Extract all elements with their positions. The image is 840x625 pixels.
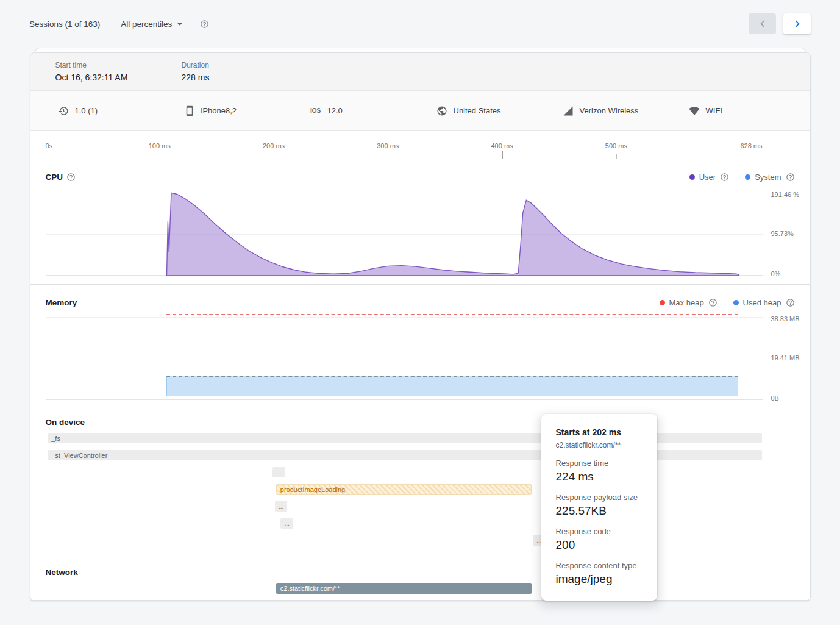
timeline-ruler: 0s100 ms200 ms300 ms400 ms500 ms628 ms [30,131,810,159]
device-attribute-verizon-wireless: Verizon Wireless [563,105,689,116]
timeline-tick-label: 400 ms [491,142,513,149]
memory-section-head: Memory Max heapUsed heap [30,285,810,309]
help-icon[interactable] [66,173,76,182]
tooltip-stat-value: 225.57KB [556,504,642,518]
previous-session-button[interactable] [749,13,776,34]
timeline-tick-mark [46,154,46,159]
session-summary: Start time Oct 16, 6:32:11 AM Duration 2… [30,53,810,91]
cpu-area-svg [46,193,763,276]
timeline-tick-mark [502,151,503,159]
app-version-history-icon [58,105,69,116]
collapsed-trace-chip[interactable]: ... [275,501,288,512]
tooltip-stat: Response content typeimage/jpeg [556,561,642,586]
memory-legend: Max heapUsed heap [660,298,795,307]
trace-bar[interactable]: productImageLoading [276,484,532,495]
help-icon[interactable] [200,20,209,29]
session-pager [749,13,811,34]
ios-icon: iOS [310,107,321,114]
legend-item-user: User [689,173,729,182]
tooltip-stat: Response code200 [556,527,642,552]
cpu-section: CPU UserSystem 191.46 % 95.73% 0% [30,159,810,285]
duration-value: 228 ms [182,73,308,82]
legend-label: User [699,173,716,182]
gridline [46,359,763,359]
chevron-left-icon [756,17,769,30]
device-attribute-united-states: United States [436,105,563,116]
memory-used-heap-band [166,376,738,397]
tooltip-stat-label: Response content type [556,561,642,570]
cpu-axis-label-zero: 0% [771,270,800,279]
tooltip-stat: Response payload size225.57KB [556,493,642,518]
timeline-tick-mark [160,151,160,159]
network-section-head: Network [30,554,810,578]
legend-dot [733,300,739,305]
timeline-tick-mark [616,154,617,159]
help-icon[interactable] [786,173,795,182]
timeline-tick-label: 500 ms [605,142,627,149]
tooltip-stat-label: Response code [556,527,642,536]
device-attribute-wifi: WIFI [689,105,722,116]
sessions-count-label: Sessions (1 of 163) [29,20,100,29]
cpu-chart[interactable]: 191.46 % 95.73% 0% [46,193,763,276]
on-device-section: On device _fs_st_ViewController...produc… [30,404,810,554]
legend-item-system: System [745,173,794,182]
tooltip-stats: Response time224 msResponse payload size… [556,459,642,586]
device-attribute-label: 12.0 [327,106,343,115]
tooltip-request-url: c2.staticflickr.com/** [556,441,642,449]
device-attribute-label: Verizon Wireless [580,106,639,115]
trace-bar-label: ... [279,503,283,510]
globe-icon [436,105,447,116]
network-request-tooltip: Starts at 202 ms c2.staticflickr.com/** … [541,414,657,601]
tooltip-title: Starts at 202 ms [556,427,642,437]
device-attribute-label: WIFI [706,106,722,115]
tooltip-stat-label: Response time [556,459,642,468]
gridline [46,399,763,400]
memory-section-title: Memory [46,298,77,307]
gridline [46,317,763,318]
network-section-title: Network [46,568,78,577]
device-attribute-label: 1.0 (1) [75,106,98,115]
toolbar: Sessions (1 of 163) All percentiles [0,0,840,48]
collapsed-trace-chip[interactable]: ... [280,518,293,529]
trace-bar-label: c2.staticflickr.com/** [280,585,340,592]
network-request-bar[interactable]: c2.staticflickr.com/** [276,583,532,594]
help-icon[interactable] [720,173,729,182]
trace-bar-label: ... [284,520,289,527]
tooltip-stat-value: 200 [556,538,642,552]
percentile-dropdown-label: All percentiles [121,20,172,29]
trace-bar-label: productImageLoading [280,486,345,493]
legend-item-used-heap: Used heap [733,298,795,307]
timeline-tick-mark [763,154,763,159]
timeline-tick-label: 628 ms [740,142,762,149]
legend-item-max-heap: Max heap [660,298,717,307]
legend-label: System [755,173,781,182]
timeline-tick-label: 300 ms [377,142,399,149]
help-icon[interactable] [786,298,795,307]
percentile-dropdown[interactable]: All percentiles [121,17,187,30]
device-attribute-iphone8-2: iPhone8,2 [184,105,310,116]
start-time-label: Start time [55,61,182,70]
cellular-signal-icon [563,105,574,116]
session-card-stack-edge [35,48,806,52]
legend-dot [745,174,750,180]
timeline-tick-label: 0s [46,142,53,149]
timeline-tick-mark [274,154,274,159]
duration-label: Duration [182,61,308,70]
timeline-tick-label: 200 ms [263,142,285,149]
cpu-axis-label-mid: 95.73% [771,229,800,238]
device-attribute-12-0: iOS12.0 [310,106,436,115]
smartphone-icon [184,105,195,116]
memory-chart[interactable]: 38.83 MB 19.41 MB 0B [46,317,763,400]
next-session-button[interactable] [783,13,811,34]
help-icon[interactable] [708,298,717,307]
tooltip-stat-label: Response payload size [556,493,642,502]
cpu-section-head: CPU UserSystem [30,159,810,183]
wifi-icon [689,105,700,116]
network-section: Network c2.staticflickr.com/** [30,554,810,601]
collapsed-trace-chip[interactable]: ... [272,467,285,477]
cpu-section-title: CPU [46,173,63,182]
on-device-section-head: On device [30,404,810,428]
on-device-section-title: On device [46,418,85,427]
memory-max-heap-line [166,314,738,315]
chevron-right-icon [791,17,804,30]
